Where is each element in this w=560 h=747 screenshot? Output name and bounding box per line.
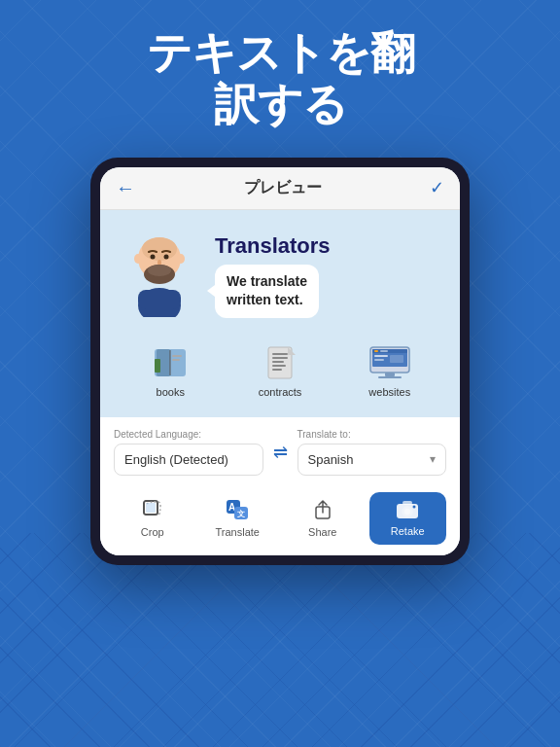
retake-button[interactable]: Retake	[369, 492, 447, 545]
swap-icon[interactable]: ⇌	[271, 442, 290, 463]
language-section: Detected Language: English (Detected) ⇌ …	[114, 429, 446, 476]
svg-rect-19	[272, 357, 288, 359]
svg-rect-16	[172, 359, 180, 361]
svg-rect-27	[380, 350, 388, 352]
svg-rect-15	[172, 355, 182, 357]
svg-rect-22	[272, 369, 282, 371]
retake-label: Retake	[391, 525, 425, 537]
page-title: テキストを翻 訳する	[147, 27, 414, 130]
detected-lang-select[interactable]: English (Detected)	[114, 444, 263, 476]
icon-item-contracts: contracts	[259, 343, 302, 398]
check-button[interactable]: ✓	[430, 177, 444, 198]
svg-rect-20	[272, 361, 284, 363]
translator-card: Translators We translatewritten text.	[116, 230, 444, 318]
svg-rect-30	[390, 355, 403, 363]
svg-rect-29	[374, 359, 384, 361]
back-button[interactable]: ←	[116, 177, 135, 199]
svg-rect-10	[138, 290, 181, 309]
avatar	[116, 230, 203, 317]
svg-rect-21	[272, 365, 286, 367]
books-label: books	[157, 386, 185, 398]
tablet-screen: ← プレビュー ✓	[100, 167, 460, 555]
svg-text:文: 文	[237, 509, 245, 518]
crop-label: Crop	[141, 526, 164, 538]
translate-to-label: Translate to:	[298, 429, 447, 440]
translate-to-select[interactable]: Spanish ▾	[298, 444, 447, 476]
screen-icon	[368, 343, 411, 382]
bottom-panel: Detected Language: English (Detected) ⇌ …	[100, 417, 460, 555]
page-content: テキストを翻 訳する ← プレビュー ✓	[0, 0, 560, 747]
svg-rect-26	[374, 350, 378, 352]
tablet-device: ← プレビュー ✓	[90, 158, 470, 565]
svg-rect-43	[402, 501, 412, 505]
share-label: Share	[308, 526, 336, 538]
websites-label: websites	[368, 386, 410, 398]
language-row: Detected Language: English (Detected) ⇌ …	[114, 429, 446, 476]
svg-point-3	[164, 254, 169, 259]
svg-point-2	[151, 254, 156, 259]
svg-point-7	[134, 254, 142, 264]
nav-bar: ← プレビュー ✓	[100, 167, 460, 210]
translators-heading: Translators	[215, 233, 444, 259]
icon-item-websites: websites	[368, 343, 411, 398]
svg-rect-31	[385, 373, 395, 376]
action-bar: Crop A 文 Translate	[114, 487, 446, 546]
translator-text: Translators We translatewritten text.	[215, 230, 444, 318]
svg-point-6	[148, 265, 171, 276]
translate-label: Translate	[216, 526, 260, 538]
icon-row: books	[116, 336, 444, 402]
book-icon	[149, 343, 192, 382]
svg-rect-28	[374, 355, 388, 357]
icon-item-books: books	[149, 343, 192, 398]
detected-lang-group: Detected Language: English (Detected)	[114, 429, 263, 476]
svg-point-44	[413, 505, 416, 508]
contracts-label: contracts	[259, 386, 302, 398]
dropdown-arrow-icon: ▾	[430, 452, 436, 466]
share-button[interactable]: Share	[284, 491, 362, 546]
translate-to-group: Translate to: Spanish ▾	[298, 429, 447, 476]
nav-title: プレビュー	[244, 178, 322, 198]
svg-rect-13	[155, 359, 160, 373]
svg-rect-32	[378, 376, 402, 378]
share-icon	[313, 499, 332, 523]
speech-bubble: We translatewritten text.	[215, 265, 319, 318]
crop-button[interactable]: Crop	[114, 491, 192, 546]
translate-icon: A 文	[226, 499, 249, 523]
svg-rect-18	[272, 353, 288, 355]
camera-icon	[396, 500, 419, 522]
crop-icon	[142, 499, 163, 523]
svg-point-42	[404, 509, 410, 515]
main-content: Translators We translatewritten text.	[100, 210, 460, 417]
svg-point-8	[177, 254, 185, 264]
translate-button[interactable]: A 文 Translate	[199, 491, 277, 546]
detected-lang-label: Detected Language:	[114, 429, 263, 440]
svg-point-1	[142, 237, 177, 261]
doc-icon	[259, 343, 301, 382]
svg-rect-34	[146, 503, 156, 513]
